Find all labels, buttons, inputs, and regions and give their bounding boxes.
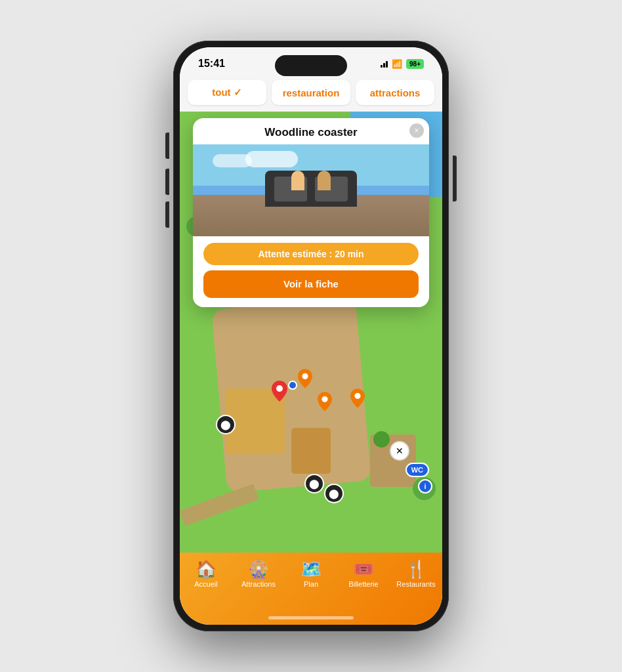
signal-bar-3 <box>386 61 388 68</box>
filter-tab-restauration[interactable]: restauration <box>272 80 350 105</box>
map-building-2 <box>291 428 331 474</box>
map-hotel-3: ⬤ <box>324 484 344 503</box>
popup-card: × Woodline coaster <box>193 118 429 307</box>
map-background: WC WC WC i ⬤ ⬤ ⬤ ✕ <box>180 112 442 553</box>
map-badge-wc-3: WC <box>405 463 429 477</box>
map-pin-orange-1[interactable] <box>318 392 332 411</box>
nav-item-restaurants[interactable]: 🍴 Restaurants <box>390 560 442 588</box>
nav-item-attractions[interactable]: 🎡 Attractions <box>232 560 285 588</box>
map-pin-orange-3[interactable] <box>298 369 312 388</box>
nav-label-restaurants: Restaurants <box>396 580 435 588</box>
attractions-icon: 🎡 <box>248 560 269 578</box>
nav-item-accueil[interactable]: 🏠 Accueil <box>180 560 232 588</box>
status-icons: 📶 98+ <box>381 59 424 69</box>
map-pin-red[interactable] <box>272 381 287 402</box>
popup-fiche-button[interactable]: Voir la fiche <box>203 270 419 298</box>
nav-item-billetterie[interactable]: 🎟️ Billetterie <box>337 560 390 588</box>
nav-label-accueil: Accueil <box>194 580 217 588</box>
nav-label-attractions: Attractions <box>241 580 276 588</box>
popup-image <box>193 144 429 236</box>
bottom-nav: 🏠 Accueil 🎡 Attractions 🗺️ Plan 🎟️ Bille… <box>180 553 442 625</box>
filter-tab-tout[interactable]: tout ✓ <box>188 80 266 105</box>
ticket-icon: 🎟️ <box>353 560 374 578</box>
battery-badge: 98+ <box>406 59 424 69</box>
phone-screen: 15:41 📶 98+ tout ✓ restauration attracti… <box>180 47 442 625</box>
popup-close-button[interactable]: × <box>409 123 424 138</box>
status-time: 15:41 <box>198 58 225 70</box>
dynamic-island <box>275 55 347 76</box>
filter-bar: tout ✓ restauration attractions <box>180 80 442 112</box>
map-pin-blue-dot <box>288 381 297 390</box>
popup-wait-badge: Attente estimée : 20 min <box>203 243 419 265</box>
nav-item-plan[interactable]: 🗺️ Plan <box>285 560 337 588</box>
map-hotel-2: ⬤ <box>304 474 324 494</box>
map-tree-4 <box>373 431 390 448</box>
svg-point-2 <box>354 393 360 399</box>
svg-point-3 <box>302 373 308 379</box>
svg-point-1 <box>321 396 327 402</box>
map-container[interactable]: WC WC WC i ⬤ ⬤ ⬤ ✕ <box>180 112 442 553</box>
wifi-icon: 📶 <box>392 59 402 69</box>
signal-bar-1 <box>381 65 383 68</box>
popup-title: Woodline coaster <box>193 118 429 144</box>
popup-fiche-text: Voir la fiche <box>283 278 339 289</box>
map-path-road <box>180 484 259 526</box>
nav-label-plan: Plan <box>304 580 318 588</box>
map-restaurant-icon: ✕ <box>390 441 409 461</box>
restaurant-icon: 🍴 <box>405 560 426 578</box>
signal-bar-2 <box>383 63 385 68</box>
home-bar <box>268 616 354 620</box>
svg-point-0 <box>276 385 283 392</box>
home-icon: 🏠 <box>196 560 217 578</box>
signal-icon <box>381 60 388 68</box>
nav-label-billetterie: Billetterie <box>348 580 378 588</box>
map-badge-info: i <box>418 479 432 494</box>
map-hotel-1: ⬤ <box>216 415 236 434</box>
filter-tab-attractions[interactable]: attractions <box>356 80 434 105</box>
map-pin-orange-2[interactable] <box>350 388 365 408</box>
phone-frame: 15:41 📶 98+ tout ✓ restauration attracti… <box>173 41 449 631</box>
status-bar: 15:41 📶 98+ <box>180 47 442 80</box>
plan-icon: 🗺️ <box>301 560 321 578</box>
popup-wait-text: Attente estimée : 20 min <box>258 249 363 259</box>
